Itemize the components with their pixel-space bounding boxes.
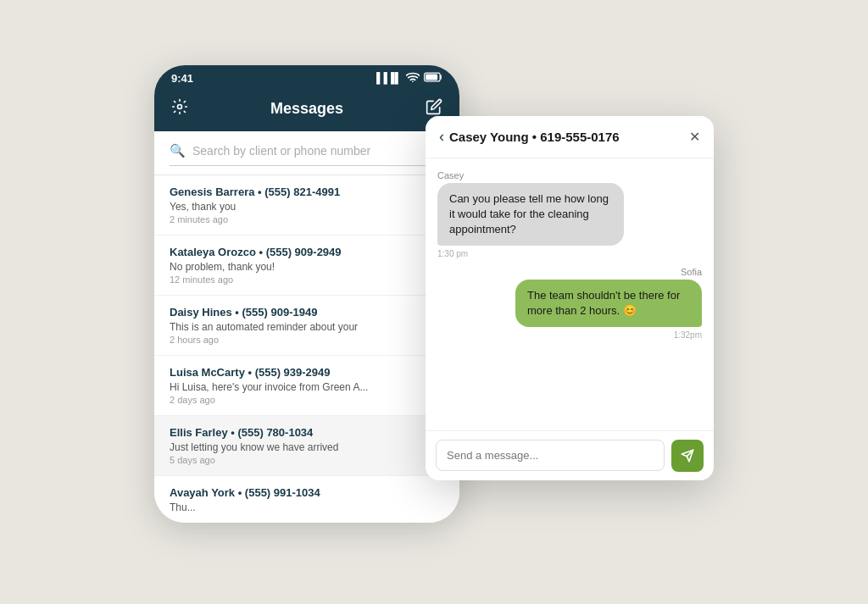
close-button[interactable]: ✕ — [689, 129, 700, 145]
status-bar: 9:41 ▐▐▐▌ — [154, 65, 459, 90]
conv-time: 2 days ago — [170, 395, 444, 405]
sender-label-left: Casey — [437, 170, 702, 180]
list-item[interactable]: Ellis Farley • (555) 780-1034 Just letti… — [154, 416, 459, 476]
conv-name: Luisa McCarty • (555) 939-2949 — [170, 366, 444, 379]
phone-mockup: 9:41 ▐▐▐▌ — [154, 65, 459, 523]
conv-time: 2 hours ago — [170, 335, 444, 345]
conv-name: Kataleya Orozco • (555) 909-2949 — [170, 246, 444, 258]
conv-time: 2 minutes ago — [170, 214, 444, 224]
message-bubble-right: The team shouldn't be there for more tha… — [515, 280, 702, 327]
list-item[interactable]: Avayah York • (555) 991-1034 Thu... — [154, 476, 459, 523]
signal-icon: ▐▐▐▌ — [373, 72, 402, 84]
message-input[interactable] — [436, 440, 665, 471]
chat-header-left: ‹ Casey Young • 619-555-0176 — [439, 128, 620, 146]
svg-point-0 — [412, 80, 414, 81]
search-placeholder: Search by client or phone number — [192, 144, 370, 158]
nav-title: Messages — [270, 100, 343, 118]
conv-preview: Thu... — [170, 501, 415, 513]
message-bubble-left: Can you please tell me how long it would… — [437, 183, 624, 247]
settings-icon[interactable] — [171, 98, 188, 119]
phone-nav: Messages — [154, 90, 459, 131]
message-left: Casey Can you please tell me how long it… — [437, 170, 702, 259]
conv-preview: Hi Luisa, here's your invoice from Green… — [170, 381, 415, 393]
conv-name: Avayah York • (555) 991-1034 — [170, 486, 444, 499]
message-right: Sofia The team shouldn't be there for mo… — [437, 267, 702, 340]
status-time: 9:41 — [171, 72, 193, 85]
list-item[interactable]: Genesis Barrera • (555) 821-4991 Yes, th… — [154, 175, 459, 236]
message-time-left: 1:30 pm — [437, 249, 702, 258]
svg-rect-2 — [426, 74, 437, 80]
svg-point-3 — [178, 104, 182, 108]
search-box[interactable]: 🔍 Search by client or phone number — [170, 143, 444, 166]
search-icon: 🔍 — [170, 143, 186, 158]
battery-icon — [424, 72, 442, 85]
conversation-list: Genesis Barrera • (555) 821-4991 Yes, th… — [154, 175, 459, 523]
back-button[interactable]: ‹ — [439, 128, 444, 146]
conv-preview: No problem, thank you! — [170, 261, 415, 273]
conv-name: Genesis Barrera • (555) 821-4991 — [170, 186, 444, 198]
list-item[interactable]: Kataleya Orozco • (555) 909-2949 No prob… — [154, 236, 459, 296]
message-time-right: 1:32pm — [674, 330, 702, 340]
send-button[interactable] — [671, 440, 704, 472]
phone-body: 🔍 Search by client or phone number Genes… — [154, 131, 459, 523]
conv-name: Daisy Hines • (555) 909-1949 — [170, 306, 444, 319]
conv-name: Ellis Farley • (555) 780-1034 — [170, 426, 444, 439]
conv-preview: Just letting you know we have arrived — [170, 441, 415, 453]
wifi-icon — [406, 72, 420, 85]
chat-messages: Casey Can you please tell me how long it… — [426, 158, 714, 430]
chat-overlay: ‹ Casey Young • 619-555-0176 ✕ Casey Can… — [426, 116, 714, 480]
chat-header: ‹ Casey Young • 619-555-0176 ✕ — [426, 116, 714, 158]
search-area: 🔍 Search by client or phone number — [154, 131, 459, 175]
conv-time: 5 days ago — [170, 455, 444, 465]
conv-preview: This is an automated reminder about your — [170, 321, 415, 333]
send-icon — [681, 449, 694, 463]
chat-input-area — [426, 430, 714, 480]
list-item[interactable]: Luisa McCarty • (555) 939-2949 Hi Luisa,… — [154, 356, 459, 416]
conv-preview: Yes, thank you — [170, 201, 415, 213]
conv-time: 12 minutes ago — [170, 274, 444, 285]
sender-label-right: Sofia — [681, 267, 702, 277]
status-icons: ▐▐▐▌ — [373, 72, 442, 85]
list-item[interactable]: Daisy Hines • (555) 909-1949 This is an … — [154, 296, 459, 356]
chat-title: Casey Young • 619-555-0176 — [449, 130, 620, 144]
